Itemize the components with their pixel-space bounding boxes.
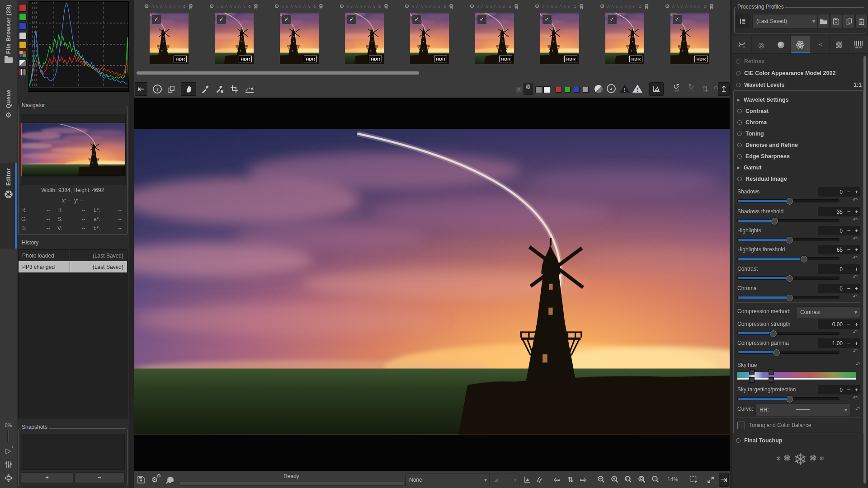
tab-color[interactable] (771, 36, 791, 53)
tab-raw[interactable] (830, 36, 849, 53)
reset-icon[interactable]: ↶ (853, 235, 858, 242)
zoom-fit-button[interactable] (622, 474, 634, 486)
decrement-button[interactable]: − (845, 266, 853, 272)
thumb-profile-gear-icon[interactable]: ⚙ (470, 3, 475, 9)
add-detail-window-button[interactable] (686, 474, 701, 486)
expander-icon[interactable]: ▶ (737, 98, 740, 102)
snapshots-list[interactable] (21, 434, 125, 470)
rotate-left-button[interactable]: ↺90° (670, 82, 683, 96)
thumb-trash-icon[interactable] (513, 3, 519, 9)
compression-method-dropdown[interactable]: Contrast▾ (796, 306, 860, 318)
thumb-trash-icon[interactable] (448, 3, 454, 9)
tab-advanced[interactable] (791, 36, 810, 53)
slider-track[interactable] (737, 397, 840, 400)
slider-track[interactable] (737, 277, 840, 280)
tab-detail[interactable]: ◎ (752, 36, 771, 53)
section-chroma[interactable]: Chroma (736, 117, 857, 128)
slider-value[interactable]: 0 (818, 189, 845, 195)
thumb-trash-icon[interactable] (253, 3, 259, 9)
bg-color-white-button[interactable] (543, 86, 550, 93)
increment-button[interactable]: + (853, 246, 860, 253)
slider-track[interactable] (737, 332, 840, 335)
thumb-rating-stars[interactable]: ☆☆☆☆☆☆☆ (346, 4, 377, 9)
sky-hue-bar[interactable] (737, 372, 856, 380)
thumb-image[interactable]: ✓ HDR (605, 13, 644, 64)
slider-knob[interactable] (786, 275, 793, 282)
slider-value[interactable]: 0 (818, 266, 845, 272)
decrement-button[interactable]: − (845, 340, 853, 347)
white-balance-picker-button[interactable] (199, 82, 212, 96)
expand-button[interactable] (0, 474, 17, 483)
thumb-image[interactable]: ✓ HDR (475, 13, 514, 64)
zoom-100-button[interactable]: 1:1 (649, 474, 661, 486)
paste-profile-button[interactable] (855, 14, 868, 28)
filmstrip-thumbnail[interactable]: ⚙ ☆☆☆☆☆☆☆ ○ ✓ HDR (722, 2, 730, 70)
thumb-checkbox[interactable]: ✓ (217, 14, 226, 24)
increment-button[interactable]: + (853, 285, 860, 292)
add-to-queue-button[interactable]: ⚙⚙ (148, 474, 161, 486)
decrement-button[interactable]: − (845, 188, 853, 195)
hide-right-panel-button[interactable]: ⇥ (719, 473, 729, 487)
histogram-rgb-button[interactable] (19, 50, 27, 58)
soft-proofing-dropdown[interactable]: ▾ (489, 474, 520, 486)
hue-handle-top-1[interactable] (749, 369, 755, 375)
decrement-button[interactable]: − (845, 321, 853, 328)
thumb-profile-gear-icon[interactable]: ⚙ (600, 3, 605, 9)
section-toning[interactable]: Toning (736, 128, 857, 139)
thumb-checkbox[interactable]: ✓ (542, 14, 552, 24)
slider-knob[interactable] (786, 236, 793, 244)
history-item[interactable]: Photo loaded(Last Saved) (19, 250, 127, 261)
zoom-out-button[interactable] (595, 474, 607, 486)
thumb-checkbox[interactable]: ✓ (347, 14, 357, 24)
slider-knob[interactable] (786, 294, 793, 302)
thumb-image[interactable]: ✓ HDR (215, 13, 254, 64)
thumb-trash-icon[interactable] (188, 3, 194, 9)
thumb-image[interactable]: ✓ HDR (410, 13, 449, 64)
history-list[interactable]: Photo loaded(Last Saved) PP3 changed(Las… (18, 249, 127, 418)
power-icon[interactable] (737, 177, 742, 181)
increment-button[interactable]: + (853, 386, 860, 393)
decrement-button[interactable]: − (845, 386, 853, 393)
tool-ciecam[interactable]: CIE Color Appearance Model 2002 (734, 68, 862, 79)
reset-icon[interactable]: ↶ (853, 293, 858, 300)
increment-button[interactable]: + (853, 208, 860, 215)
bg-color-current-button[interactable] (524, 83, 533, 95)
power-icon[interactable] (736, 83, 741, 87)
filmstrip-thumbnail[interactable]: ⚙ ☆☆☆☆☆☆☆ ○ ✓ HDR (202, 2, 267, 70)
power-icon[interactable] (736, 71, 741, 75)
decrement-button[interactable]: − (845, 208, 853, 215)
reset-icon[interactable]: ↶ (855, 406, 860, 413)
gamut-check-button[interactable] (533, 474, 545, 486)
bg-color-theme-button[interactable]: T (516, 87, 522, 93)
slider-value[interactable]: 0 (818, 228, 845, 234)
section-residual-image[interactable]: Residual Image (736, 174, 857, 184)
thumb-color-label-icon[interactable]: ○ (639, 4, 642, 9)
filmstrip-scrollbar[interactable] (137, 71, 419, 75)
thumb-checkbox[interactable]: ✓ (412, 14, 422, 24)
slider-track[interactable] (737, 199, 840, 202)
straighten-tool-button[interactable] (242, 82, 257, 96)
slider-track[interactable] (737, 351, 840, 354)
filmstrip-thumbnail[interactable]: ⚙ ☆☆☆☆☆☆☆ ○ ✓ HDR (267, 2, 332, 70)
thumb-image[interactable]: ✓ HDR (345, 13, 384, 64)
power-icon[interactable] (736, 438, 741, 443)
hand-tool-button[interactable] (181, 82, 196, 96)
slider-track[interactable] (737, 296, 840, 299)
toning-checkbox[interactable] (737, 422, 745, 429)
thumb-color-label-icon[interactable]: ○ (183, 4, 186, 9)
toning-checkbox-row[interactable]: Toning and Color Balance (737, 421, 811, 430)
thumb-profile-gear-icon[interactable]: ⚙ (209, 3, 214, 9)
thumb-trash-icon[interactable] (318, 3, 324, 9)
thumb-image[interactable]: ✓ HDR (150, 13, 189, 64)
bg-color-gray-button[interactable] (535, 86, 542, 93)
tab-file-browser[interactable]: File Browser (28) (0, 5, 17, 63)
load-profile-button[interactable] (817, 14, 830, 28)
thumb-rating-stars[interactable]: ☆☆☆☆☆☆☆ (542, 4, 572, 9)
decrement-button[interactable]: − (845, 227, 853, 234)
preview-green-button[interactable] (565, 87, 571, 93)
histogram-red-button[interactable] (19, 4, 27, 12)
decrement-button[interactable]: − (845, 285, 853, 292)
thumb-rating-stars[interactable]: ☆☆☆☆☆☆☆ (411, 4, 442, 9)
power-icon[interactable] (736, 59, 741, 64)
preview-red-button[interactable] (556, 87, 561, 93)
